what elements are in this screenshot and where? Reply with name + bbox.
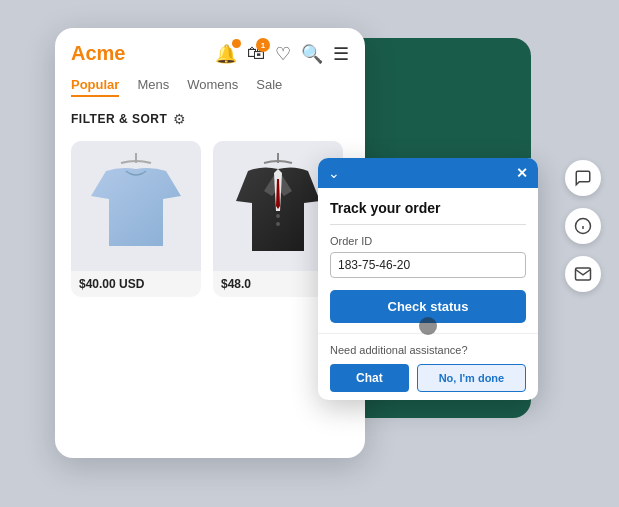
product-price-1: $40.00 USD <box>71 271 201 297</box>
right-icons-panel <box>565 160 601 292</box>
right-mail-icon[interactable] <box>565 256 601 292</box>
svg-point-3 <box>276 222 280 226</box>
wishlist-icon[interactable]: ♡ <box>275 43 291 65</box>
chat-divider <box>330 224 526 225</box>
chat-widget-header: ⌄ ✕ <box>318 158 538 188</box>
svg-point-2 <box>276 214 280 218</box>
product-card-1[interactable]: $40.00 USD <box>71 141 201 297</box>
cart-icon[interactable]: 🛍 1 <box>247 43 265 64</box>
tab-sale[interactable]: Sale <box>256 77 282 97</box>
chat-action-buttons: Chat No, I'm done <box>330 364 526 392</box>
tab-mens[interactable]: Mens <box>137 77 169 97</box>
chat-assistance-label: Need additional assistance? <box>330 344 526 356</box>
chat-close-icon[interactable]: ✕ <box>516 165 528 181</box>
tab-womens[interactable]: Womens <box>187 77 238 97</box>
filter-sort-bar[interactable]: FILTER & SORT ⚙ <box>55 105 365 133</box>
menu-icon[interactable]: ☰ <box>333 43 349 65</box>
done-button[interactable]: No, I'm done <box>417 364 526 392</box>
right-chat-icon[interactable] <box>565 160 601 196</box>
app-header: Acme 🔔 🛍 1 ♡ 🔍 ☰ <box>55 28 365 73</box>
chat-button[interactable]: Chat <box>330 364 409 392</box>
filter-sort-label: FILTER & SORT <box>71 112 167 126</box>
chat-widget: ⌄ ✕ Track your order Order ID Check stat… <box>318 158 538 400</box>
notification-icon[interactable]: 🔔 <box>215 43 237 65</box>
notification-badge <box>232 39 241 48</box>
cart-badge: 1 <box>256 38 270 52</box>
search-icon[interactable]: 🔍 <box>301 43 323 65</box>
chat-order-label: Order ID <box>330 235 526 247</box>
check-status-button[interactable]: Check status <box>330 290 526 323</box>
tshirt-svg <box>91 151 181 261</box>
right-info-icon[interactable] <box>565 208 601 244</box>
chat-chevron-icon[interactable]: ⌄ <box>328 165 340 181</box>
suit-svg <box>236 151 321 261</box>
tab-popular[interactable]: Popular <box>71 77 119 97</box>
filter-sort-icon: ⚙ <box>173 111 186 127</box>
header-icons: 🔔 🛍 1 ♡ 🔍 ☰ <box>215 43 349 65</box>
chat-widget-body: Track your order Order ID Check status <box>318 188 538 333</box>
order-id-input[interactable] <box>330 252 526 278</box>
app-logo: Acme <box>71 42 125 65</box>
product-image-1 <box>71 141 201 271</box>
chat-assistance-section: Need additional assistance? Chat No, I'm… <box>318 333 538 400</box>
chat-track-title: Track your order <box>330 200 526 216</box>
nav-tabs: Popular Mens Womens Sale <box>55 73 365 105</box>
